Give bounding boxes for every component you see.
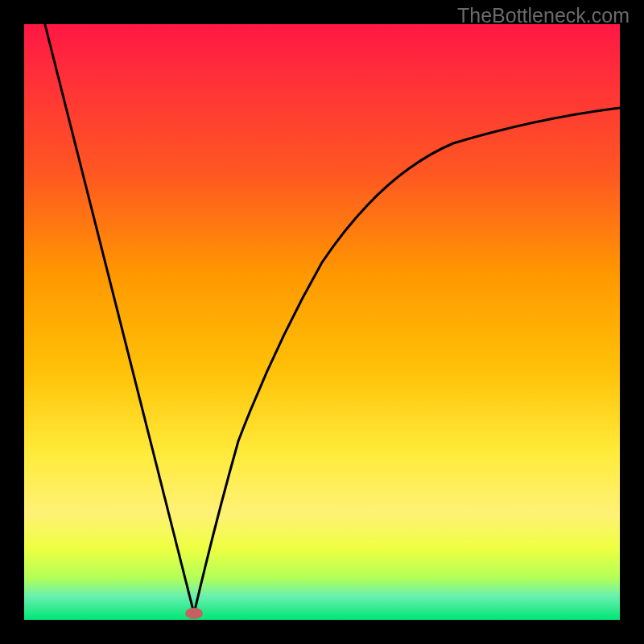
curve-left-branch: [42, 12, 194, 613]
curve-right-branch: [194, 108, 620, 613]
chart-plot-area: [24, 24, 620, 620]
optimal-point-marker: [185, 608, 203, 619]
watermark-text: TheBottleneck.com: [457, 4, 630, 27]
bottleneck-curve: [24, 24, 620, 620]
